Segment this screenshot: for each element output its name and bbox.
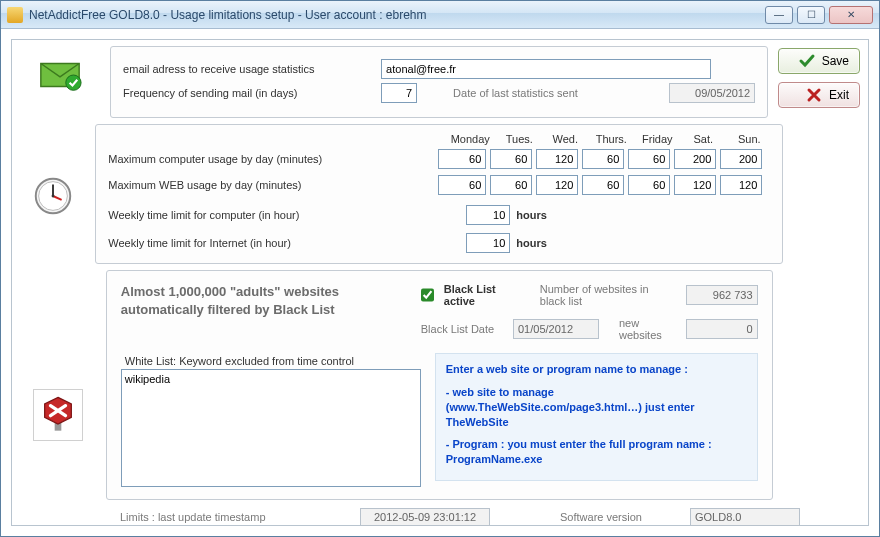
stop-sign-icon [33, 389, 83, 441]
web-wed[interactable] [536, 175, 578, 195]
comp-fri[interactable] [628, 149, 670, 169]
window-title: NetAddictFree GOLD8.0 - Usage limitation… [29, 8, 765, 22]
new-websites-count [686, 319, 758, 339]
blacklist-active-label: Black List active [444, 283, 520, 307]
web-tue[interactable] [490, 175, 532, 195]
last-sent-date [669, 83, 755, 103]
new-websites-label: new websites [619, 317, 676, 341]
blacklist-count [686, 285, 758, 305]
web-sat[interactable] [674, 175, 716, 195]
close-button[interactable]: ✕ [829, 6, 873, 24]
timestamp-label: Limits : last update timestamp [120, 511, 350, 523]
weekly-internet-input[interactable] [466, 233, 510, 253]
frequency-input[interactable] [381, 83, 417, 103]
comp-wed[interactable] [536, 149, 578, 169]
web-sun[interactable] [720, 175, 762, 195]
web-fri[interactable] [628, 175, 670, 195]
comp-sun[interactable] [720, 149, 762, 169]
email-panel: email adress to receive usage statistics… [110, 46, 768, 118]
svg-point-6 [51, 195, 54, 198]
email-label: email adress to receive usage statistics [123, 63, 373, 75]
svg-point-1 [66, 75, 81, 90]
help-box: Enter a web site or program name to mana… [435, 353, 758, 481]
app-window: NetAddictFree GOLD8.0 - Usage limitation… [0, 0, 880, 537]
clock-icon [30, 173, 76, 221]
blacklist-panel: Almost 1,000,000 "adults" websites autom… [106, 270, 773, 500]
hours-label-2: hours [516, 237, 547, 249]
mail-icon [37, 52, 83, 100]
check-icon [798, 52, 816, 70]
comp-tue[interactable] [490, 149, 532, 169]
day-headers: Monday Tues. Wed. Thurs. Friday Sat. Sun… [446, 133, 770, 145]
save-label: Save [822, 54, 849, 68]
weekly-computer-label: Weekly time limit for computer (in hour) [108, 209, 438, 221]
blacklist-headline: Almost 1,000,000 "adults" websites autom… [121, 283, 421, 318]
exit-label: Exit [829, 88, 849, 102]
version-value [690, 508, 800, 526]
footer: Limits : last update timestamp Software … [20, 506, 860, 526]
web-mon[interactable] [438, 175, 486, 195]
x-icon [805, 86, 823, 104]
last-sent-label: Date of last statistics sent [453, 87, 653, 99]
exit-button[interactable]: Exit [778, 82, 860, 108]
frequency-label: Frequency of sending mail (in days) [123, 87, 373, 99]
time-limits-panel: Monday Tues. Wed. Thurs. Friday Sat. Sun… [95, 124, 783, 264]
blacklist-count-label: Number of websites in black list [540, 283, 676, 307]
version-label: Software version [560, 511, 680, 523]
content-frame: email adress to receive usage statistics… [11, 39, 869, 526]
weekly-internet-label: Weekly time limit for Internet (in hour) [108, 237, 438, 249]
whitelist-label: White List: Keyword excluded from time c… [125, 355, 421, 367]
timestamp-value [360, 508, 490, 526]
titlebar[interactable]: NetAddictFree GOLD8.0 - Usage limitation… [1, 1, 879, 29]
blacklist-date [513, 319, 599, 339]
hours-label-1: hours [516, 209, 547, 221]
maximize-button[interactable]: ☐ [797, 6, 825, 24]
max-web-label: Maximum WEB usage by day (minutes) [108, 179, 438, 191]
max-computer-label: Maximum computer usage by day (minutes) [108, 153, 438, 165]
blacklist-date-label: Black List Date [421, 323, 503, 335]
minimize-button[interactable]: — [765, 6, 793, 24]
blacklist-active-checkbox[interactable] [421, 288, 434, 302]
save-button[interactable]: Save [778, 48, 860, 74]
comp-sat[interactable] [674, 149, 716, 169]
email-input[interactable] [381, 59, 711, 79]
weekly-computer-input[interactable] [466, 205, 510, 225]
comp-thu[interactable] [582, 149, 624, 169]
comp-mon[interactable] [438, 149, 486, 169]
app-icon [7, 7, 23, 23]
web-thu[interactable] [582, 175, 624, 195]
whitelist-textarea[interactable] [121, 369, 421, 487]
